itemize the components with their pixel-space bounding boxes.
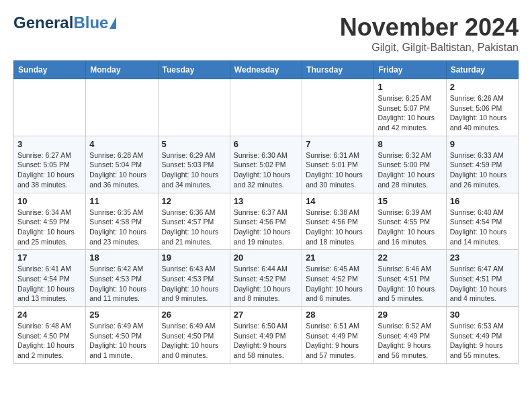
day-number: 20 [234,253,298,263]
day-cell: 30Sunrise: 6:53 AM Sunset: 4:49 PM Dayli… [446,307,518,364]
day-info: Sunrise: 6:28 AM Sunset: 5:04 PM Dayligh… [89,150,154,190]
day-cell [158,79,230,136]
day-cell: 26Sunrise: 6:49 AM Sunset: 4:50 PM Dayli… [158,307,230,364]
day-number: 26 [162,310,226,320]
day-number: 11 [89,196,154,206]
logo: GeneralBlue [13,13,116,35]
day-cell: 21Sunrise: 6:45 AM Sunset: 4:52 PM Dayli… [302,250,374,307]
day-number: 13 [234,196,298,206]
day-cell [86,79,158,136]
day-cell: 11Sunrise: 6:35 AM Sunset: 4:58 PM Dayli… [86,193,158,250]
month-title: November 2024 [340,13,519,42]
day-info: Sunrise: 6:52 AM Sunset: 4:49 PM Dayligh… [378,321,442,361]
day-cell: 6Sunrise: 6:30 AM Sunset: 5:02 PM Daylig… [230,136,302,193]
day-cell: 9Sunrise: 6:33 AM Sunset: 4:59 PM Daylig… [446,136,518,193]
column-header-sunday: Sunday [14,61,86,79]
column-header-tuesday: Tuesday [158,61,230,79]
header: GeneralBlue November 2024 Gilgit, Gilgit… [13,13,519,54]
day-number: 6 [234,139,298,149]
day-number: 14 [306,196,370,206]
day-info: Sunrise: 6:37 AM Sunset: 4:56 PM Dayligh… [234,208,298,247]
week-row-1: 1Sunrise: 6:25 AM Sunset: 5:07 PM Daylig… [14,79,519,136]
day-number: 21 [306,253,370,263]
day-number: 2 [450,82,515,92]
day-info: Sunrise: 6:48 AM Sunset: 4:50 PM Dayligh… [17,321,82,361]
day-info: Sunrise: 6:32 AM Sunset: 5:00 PM Dayligh… [378,150,442,190]
day-info: Sunrise: 6:41 AM Sunset: 4:54 PM Dayligh… [17,264,82,304]
day-info: Sunrise: 6:50 AM Sunset: 4:49 PM Dayligh… [234,321,298,361]
day-info: Sunrise: 6:25 AM Sunset: 5:07 PM Dayligh… [378,93,442,133]
day-cell: 5Sunrise: 6:29 AM Sunset: 5:03 PM Daylig… [158,136,230,193]
day-info: Sunrise: 6:36 AM Sunset: 4:57 PM Dayligh… [162,208,226,247]
day-number: 4 [89,139,154,149]
day-info: Sunrise: 6:45 AM Sunset: 4:52 PM Dayligh… [306,264,370,304]
day-info: Sunrise: 6:43 AM Sunset: 4:53 PM Dayligh… [162,264,226,304]
day-cell: 17Sunrise: 6:41 AM Sunset: 4:54 PM Dayli… [14,250,86,307]
day-cell: 29Sunrise: 6:52 AM Sunset: 4:49 PM Dayli… [374,307,446,364]
day-number: 9 [450,139,515,149]
day-number: 3 [17,139,82,149]
day-number: 17 [17,253,82,263]
day-info: Sunrise: 6:38 AM Sunset: 4:56 PM Dayligh… [306,208,370,247]
day-cell: 22Sunrise: 6:46 AM Sunset: 4:51 PM Dayli… [374,250,446,307]
title-section: November 2024 Gilgit, Gilgit-Baltistan, … [340,13,519,54]
day-number: 23 [450,253,515,263]
day-cell: 27Sunrise: 6:50 AM Sunset: 4:49 PM Dayli… [230,307,302,364]
week-row-4: 17Sunrise: 6:41 AM Sunset: 4:54 PM Dayli… [14,250,519,307]
column-header-thursday: Thursday [302,61,374,79]
day-info: Sunrise: 6:40 AM Sunset: 4:54 PM Dayligh… [450,208,515,247]
day-info: Sunrise: 6:53 AM Sunset: 4:49 PM Dayligh… [450,321,515,361]
day-cell: 23Sunrise: 6:47 AM Sunset: 4:51 PM Dayli… [446,250,518,307]
day-info: Sunrise: 6:34 AM Sunset: 4:59 PM Dayligh… [17,208,82,247]
column-header-friday: Friday [374,61,446,79]
day-number: 19 [162,253,226,263]
week-row-5: 24Sunrise: 6:48 AM Sunset: 4:50 PM Dayli… [14,307,519,364]
day-cell: 10Sunrise: 6:34 AM Sunset: 4:59 PM Dayli… [14,193,86,250]
day-info: Sunrise: 6:49 AM Sunset: 4:50 PM Dayligh… [89,321,154,361]
day-cell: 8Sunrise: 6:32 AM Sunset: 5:00 PM Daylig… [374,136,446,193]
day-cell: 18Sunrise: 6:42 AM Sunset: 4:53 PM Dayli… [86,250,158,307]
day-cell [302,79,374,136]
day-cell: 4Sunrise: 6:28 AM Sunset: 5:04 PM Daylig… [86,136,158,193]
day-info: Sunrise: 6:33 AM Sunset: 4:59 PM Dayligh… [450,150,515,190]
day-number: 5 [162,139,226,149]
day-info: Sunrise: 6:35 AM Sunset: 4:58 PM Dayligh… [89,208,154,247]
day-cell: 3Sunrise: 6:27 AM Sunset: 5:05 PM Daylig… [14,136,86,193]
day-cell: 15Sunrise: 6:39 AM Sunset: 4:55 PM Dayli… [374,193,446,250]
day-number: 28 [306,310,370,320]
location-title: Gilgit, Gilgit-Baltistan, Pakistan [340,42,519,54]
day-cell: 14Sunrise: 6:38 AM Sunset: 4:56 PM Dayli… [302,193,374,250]
day-cell: 25Sunrise: 6:49 AM Sunset: 4:50 PM Dayli… [86,307,158,364]
day-cell: 28Sunrise: 6:51 AM Sunset: 4:49 PM Dayli… [302,307,374,364]
day-number: 12 [162,196,226,206]
day-number: 30 [450,310,515,320]
day-number: 29 [378,310,442,320]
day-info: Sunrise: 6:30 AM Sunset: 5:02 PM Dayligh… [234,150,298,190]
day-info: Sunrise: 6:44 AM Sunset: 4:52 PM Dayligh… [234,264,298,304]
week-row-2: 3Sunrise: 6:27 AM Sunset: 5:05 PM Daylig… [14,136,519,193]
day-cell: 12Sunrise: 6:36 AM Sunset: 4:57 PM Dayli… [158,193,230,250]
column-header-wednesday: Wednesday [230,61,302,79]
day-number: 25 [89,310,154,320]
day-number: 10 [17,196,82,206]
day-number: 24 [17,310,82,320]
day-cell [14,79,86,136]
day-info: Sunrise: 6:29 AM Sunset: 5:03 PM Dayligh… [162,150,226,190]
day-number: 8 [378,139,442,149]
day-cell [230,79,302,136]
day-number: 22 [378,253,442,263]
day-cell: 2Sunrise: 6:26 AM Sunset: 5:06 PM Daylig… [446,79,518,136]
day-info: Sunrise: 6:31 AM Sunset: 5:01 PM Dayligh… [306,150,370,190]
day-cell: 16Sunrise: 6:40 AM Sunset: 4:54 PM Dayli… [446,193,518,250]
column-header-monday: Monday [86,61,158,79]
day-cell: 20Sunrise: 6:44 AM Sunset: 4:52 PM Dayli… [230,250,302,307]
day-info: Sunrise: 6:47 AM Sunset: 4:51 PM Dayligh… [450,264,515,304]
day-cell: 7Sunrise: 6:31 AM Sunset: 5:01 PM Daylig… [302,136,374,193]
day-info: Sunrise: 6:39 AM Sunset: 4:55 PM Dayligh… [378,208,442,247]
calendar-header-row: SundayMondayTuesdayWednesdayThursdayFrid… [14,61,519,79]
week-row-3: 10Sunrise: 6:34 AM Sunset: 4:59 PM Dayli… [14,193,519,250]
day-number: 7 [306,139,370,149]
day-number: 27 [234,310,298,320]
logo-icon [109,17,116,29]
day-cell: 19Sunrise: 6:43 AM Sunset: 4:53 PM Dayli… [158,250,230,307]
